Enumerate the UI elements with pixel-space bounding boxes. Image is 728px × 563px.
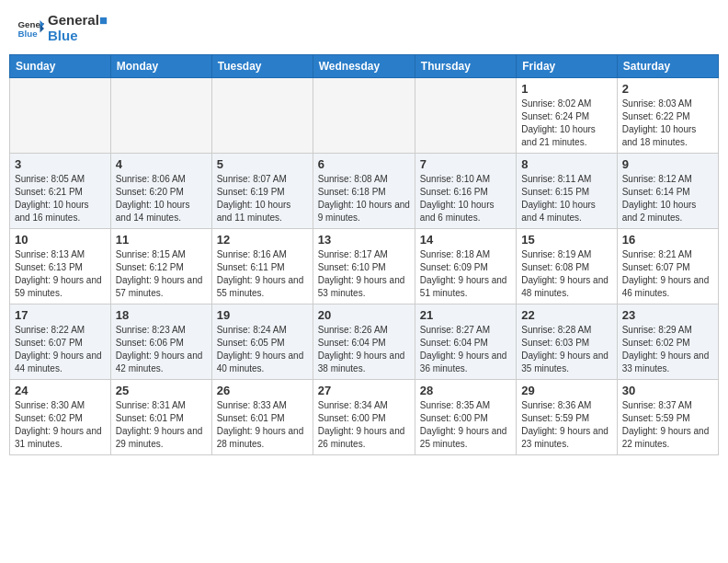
day-info: Sunrise: 8:36 AMSunset: 5:59 PMDaylight:…: [521, 399, 611, 451]
day-number: 25: [116, 384, 207, 397]
calendar-cell: 5Sunrise: 8:07 AMSunset: 6:19 PMDaylight…: [211, 154, 313, 229]
day-number: 15: [521, 233, 611, 247]
day-of-week-header: Monday: [110, 55, 211, 78]
day-number: 20: [318, 308, 410, 322]
day-info: Sunrise: 8:06 AMSunset: 6:20 PMDaylight:…: [116, 173, 207, 224]
calendar-week-row: 17Sunrise: 8:22 AMSunset: 6:07 PMDayligh…: [10, 304, 719, 380]
day-info: Sunrise: 8:17 AMSunset: 6:10 PMDaylight:…: [318, 248, 410, 300]
day-info: Sunrise: 8:37 AMSunset: 5:59 PMDaylight:…: [622, 399, 713, 451]
day-number: 7: [420, 157, 511, 171]
calendar-cell: 14Sunrise: 8:18 AMSunset: 6:09 PMDayligh…: [415, 229, 516, 304]
calendar-cell: 2Sunrise: 8:03 AMSunset: 6:22 PMDaylight…: [617, 78, 718, 154]
calendar-cell: 1Sunrise: 8:02 AMSunset: 6:24 PMDaylight…: [517, 78, 617, 154]
calendar-cell: [313, 78, 415, 154]
calendar-cell: 10Sunrise: 8:13 AMSunset: 6:13 PMDayligh…: [10, 229, 111, 304]
calendar-cell: 9Sunrise: 8:12 AMSunset: 6:14 PMDaylight…: [617, 154, 718, 229]
calendar-cell: [415, 78, 516, 154]
calendar-cell: 16Sunrise: 8:21 AMSunset: 6:07 PMDayligh…: [617, 229, 718, 304]
day-number: 18: [116, 308, 207, 322]
day-of-week-header: Tuesday: [211, 55, 313, 78]
calendar-cell: 25Sunrise: 8:31 AMSunset: 6:01 PMDayligh…: [110, 380, 211, 455]
day-number: 19: [217, 308, 308, 322]
day-number: 5: [217, 157, 308, 171]
day-info: Sunrise: 8:31 AMSunset: 6:01 PMDaylight:…: [116, 399, 207, 451]
calendar-cell: 18Sunrise: 8:23 AMSunset: 6:06 PMDayligh…: [110, 304, 211, 380]
day-number: 2: [622, 82, 713, 96]
day-number: 4: [116, 157, 207, 171]
day-number: 30: [622, 384, 713, 397]
day-info: Sunrise: 8:22 AMSunset: 6:07 PMDaylight:…: [15, 324, 106, 375]
calendar-cell: 21Sunrise: 8:27 AMSunset: 6:04 PMDayligh…: [415, 304, 516, 380]
day-number: 6: [318, 157, 410, 171]
calendar-table: SundayMondayTuesdayWednesdayThursdayFrid…: [9, 54, 719, 455]
day-number: 17: [15, 308, 106, 322]
calendar-week-row: 3Sunrise: 8:05 AMSunset: 6:21 PMDaylight…: [10, 154, 719, 229]
calendar-cell: 12Sunrise: 8:16 AMSunset: 6:11 PMDayligh…: [211, 229, 313, 304]
day-number: 21: [420, 308, 511, 322]
day-info: Sunrise: 8:03 AMSunset: 6:22 PMDaylight:…: [622, 98, 713, 149]
calendar-cell: 30Sunrise: 8:37 AMSunset: 5:59 PMDayligh…: [617, 380, 718, 455]
day-number: 9: [622, 157, 713, 171]
calendar-cell: [110, 78, 211, 154]
day-info: Sunrise: 8:19 AMSunset: 6:08 PMDaylight:…: [521, 248, 611, 300]
day-number: 3: [15, 157, 106, 171]
logo-icon: General Blue: [17, 15, 44, 42]
day-number: 26: [217, 384, 308, 397]
day-number: 29: [521, 384, 611, 397]
day-of-week-header: Sunday: [10, 55, 111, 78]
calendar-cell: 20Sunrise: 8:26 AMSunset: 6:04 PMDayligh…: [313, 304, 415, 380]
day-info: Sunrise: 8:02 AMSunset: 6:24 PMDaylight:…: [521, 98, 611, 149]
calendar-cell: 13Sunrise: 8:17 AMSunset: 6:10 PMDayligh…: [313, 229, 415, 304]
day-info: Sunrise: 8:16 AMSunset: 6:11 PMDaylight:…: [217, 248, 308, 300]
calendar-cell: 19Sunrise: 8:24 AMSunset: 6:05 PMDayligh…: [211, 304, 313, 380]
day-number: 12: [217, 233, 308, 247]
day-info: Sunrise: 8:26 AMSunset: 6:04 PMDaylight:…: [318, 324, 410, 375]
calendar-cell: 24Sunrise: 8:30 AMSunset: 6:02 PMDayligh…: [10, 380, 111, 455]
day-info: Sunrise: 8:05 AMSunset: 6:21 PMDaylight:…: [15, 173, 106, 224]
svg-text:Blue: Blue: [18, 29, 39, 39]
day-of-week-header: Friday: [517, 55, 617, 78]
calendar-week-row: 24Sunrise: 8:30 AMSunset: 6:02 PMDayligh…: [10, 380, 719, 455]
day-number: 13: [318, 233, 410, 247]
day-info: Sunrise: 8:34 AMSunset: 6:00 PMDaylight:…: [318, 399, 410, 451]
day-info: Sunrise: 8:29 AMSunset: 6:02 PMDaylight:…: [622, 324, 713, 375]
day-info: Sunrise: 8:12 AMSunset: 6:14 PMDaylight:…: [622, 173, 713, 224]
day-info: Sunrise: 8:08 AMSunset: 6:18 PMDaylight:…: [318, 173, 410, 224]
day-info: Sunrise: 8:07 AMSunset: 6:19 PMDaylight:…: [217, 173, 308, 224]
calendar-cell: 3Sunrise: 8:05 AMSunset: 6:21 PMDaylight…: [10, 154, 111, 229]
calendar-cell: 17Sunrise: 8:22 AMSunset: 6:07 PMDayligh…: [10, 304, 111, 380]
calendar-cell: 23Sunrise: 8:29 AMSunset: 6:02 PMDayligh…: [617, 304, 718, 380]
calendar-cell: 27Sunrise: 8:34 AMSunset: 6:00 PMDayligh…: [313, 380, 415, 455]
day-number: 27: [318, 384, 410, 397]
calendar-cell: 11Sunrise: 8:15 AMSunset: 6:12 PMDayligh…: [110, 229, 211, 304]
day-number: 24: [15, 384, 106, 397]
day-info: Sunrise: 8:21 AMSunset: 6:07 PMDaylight:…: [622, 248, 713, 300]
day-of-week-header: Thursday: [415, 55, 516, 78]
calendar-cell: 8Sunrise: 8:11 AMSunset: 6:15 PMDaylight…: [517, 154, 617, 229]
day-info: Sunrise: 8:23 AMSunset: 6:06 PMDaylight:…: [116, 324, 207, 375]
day-of-week-header: Wednesday: [313, 55, 415, 78]
calendar-cell: 26Sunrise: 8:33 AMSunset: 6:01 PMDayligh…: [211, 380, 313, 455]
day-info: Sunrise: 8:10 AMSunset: 6:16 PMDaylight:…: [420, 173, 511, 224]
calendar-week-row: 1Sunrise: 8:02 AMSunset: 6:24 PMDaylight…: [10, 78, 719, 154]
page-header: General Blue General■ Blue: [9, 9, 719, 47]
calendar-cell: 28Sunrise: 8:35 AMSunset: 6:00 PMDayligh…: [415, 380, 516, 455]
day-number: 22: [521, 308, 611, 322]
calendar-week-row: 10Sunrise: 8:13 AMSunset: 6:13 PMDayligh…: [10, 229, 719, 304]
day-info: Sunrise: 8:35 AMSunset: 6:00 PMDaylight:…: [420, 399, 511, 451]
day-number: 8: [521, 157, 611, 171]
day-info: Sunrise: 8:27 AMSunset: 6:04 PMDaylight:…: [420, 324, 511, 375]
calendar-header-row: SundayMondayTuesdayWednesdayThursdayFrid…: [10, 55, 719, 78]
calendar-cell: [211, 78, 313, 154]
day-info: Sunrise: 8:15 AMSunset: 6:12 PMDaylight:…: [116, 248, 207, 300]
day-info: Sunrise: 8:11 AMSunset: 6:15 PMDaylight:…: [521, 173, 611, 224]
day-number: 28: [420, 384, 511, 397]
calendar-cell: 7Sunrise: 8:10 AMSunset: 6:16 PMDaylight…: [415, 154, 516, 229]
day-info: Sunrise: 8:18 AMSunset: 6:09 PMDaylight:…: [420, 248, 511, 300]
day-number: 11: [116, 233, 207, 247]
day-number: 1: [521, 82, 611, 96]
day-info: Sunrise: 8:13 AMSunset: 6:13 PMDaylight:…: [15, 248, 106, 300]
day-of-week-header: Saturday: [617, 55, 718, 78]
calendar-cell: 22Sunrise: 8:28 AMSunset: 6:03 PMDayligh…: [517, 304, 617, 380]
day-number: 10: [15, 233, 106, 247]
